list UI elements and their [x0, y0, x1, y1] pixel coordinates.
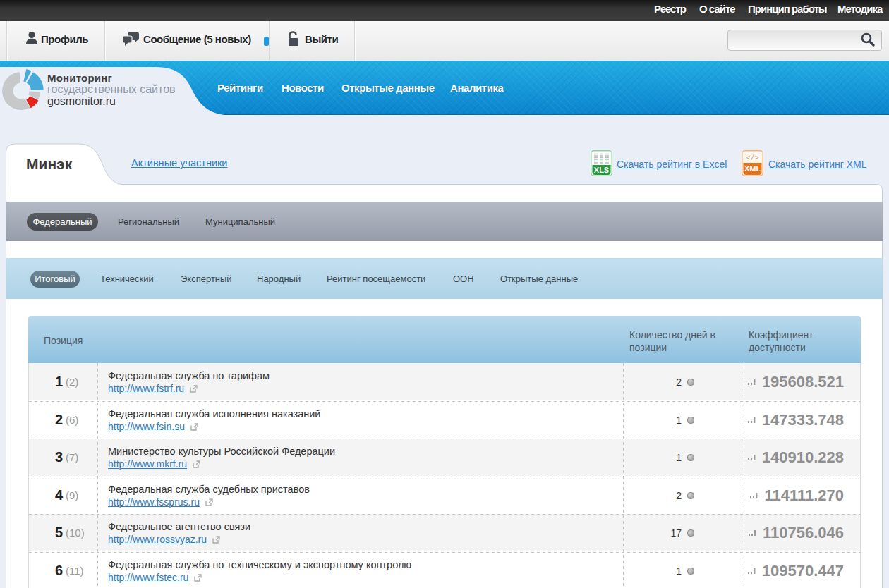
svg-text:XML: XML — [744, 164, 761, 173]
svg-text:</>: </> — [746, 154, 758, 162]
svg-text:XLS: XLS — [594, 166, 609, 174]
